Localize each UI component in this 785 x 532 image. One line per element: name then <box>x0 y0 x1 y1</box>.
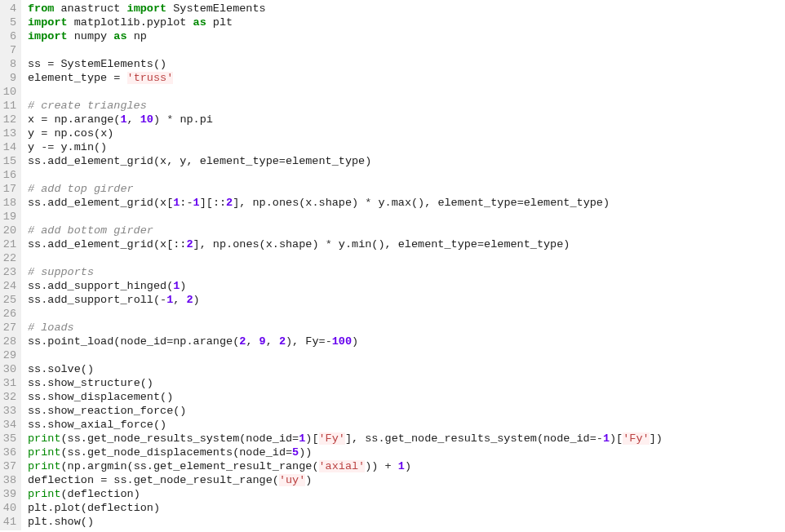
token-nm: (deflection) <box>61 488 140 500</box>
token-nm: ss <box>28 155 41 167</box>
token-nm: ][:: <box>200 197 226 209</box>
token-num: 10 <box>140 113 153 126</box>
line-number: 8 <box>2 57 16 71</box>
token-num: 1 <box>193 197 200 209</box>
token-num: 1 <box>398 460 405 472</box>
line-number: 31 <box>2 376 16 390</box>
line-number: 15 <box>2 154 16 168</box>
token-op: . <box>68 127 74 140</box>
token-nm: get_node_result_range( <box>134 474 279 486</box>
token-nm: anastruct <box>54 2 126 15</box>
token-nm: get_node_displacements(node_id <box>87 446 286 459</box>
line-number: 18 <box>2 196 16 210</box>
token-nm: add_support_roll( <box>47 294 160 306</box>
token-nm: ss <box>28 391 41 403</box>
token-op: . <box>266 197 273 209</box>
token-op: . <box>81 432 87 445</box>
code-line: print(ss.get_node_results_system(node_id… <box>28 432 778 446</box>
token-nm: ss <box>28 419 41 431</box>
code-line <box>28 251 778 265</box>
line-number: 22 <box>2 251 16 265</box>
token-fn: print <box>28 446 61 459</box>
code-line: ss.show_structure() <box>28 376 778 390</box>
code-line: import numpy as np <box>28 29 778 43</box>
token-nm: ], np <box>233 197 266 209</box>
token-nm: min() <box>74 141 108 153</box>
token-nm: )[ <box>305 432 318 445</box>
token-cmt: # add top girder <box>28 183 134 195</box>
token-nm <box>120 72 126 84</box>
token-nm: ones(x <box>233 238 273 250</box>
token-num: 2 <box>279 335 286 348</box>
line-number: 38 <box>2 473 16 487</box>
line-number: 16 <box>2 168 16 182</box>
token-nm: min(), element_type <box>352 238 477 250</box>
token-op: . <box>226 238 233 250</box>
token-op: . <box>378 432 384 445</box>
token-nm: element_type <box>28 72 113 84</box>
code-line: ss.show_reaction_force() <box>28 404 778 418</box>
token-nm: ss <box>28 294 41 306</box>
token-op: . <box>385 197 392 209</box>
token-nm: np <box>127 30 147 42</box>
token-nm: plt <box>28 502 47 514</box>
token-nm: get_node_results_system(node_id <box>385 432 590 445</box>
token-op: . <box>68 113 74 126</box>
line-number: 41 <box>2 515 16 529</box>
token-nm: ], ss <box>345 432 379 445</box>
token-nm: pi <box>200 113 213 126</box>
token-nm: np <box>47 113 67 126</box>
token-nm: numpy <box>68 30 114 42</box>
token-nm: ), Fy <box>286 335 319 348</box>
code-line <box>28 168 778 182</box>
code-line: ss.add_element_grid(x[::2], np.ones(x.sh… <box>28 237 778 251</box>
token-op: . <box>345 238 352 250</box>
line-number: 35 <box>2 432 16 446</box>
token-cmt: # supports <box>28 266 94 278</box>
code-line: print(np.argmin(ss.get_element_result_ra… <box>28 459 778 473</box>
code-line <box>28 307 778 321</box>
token-kw: import <box>28 30 68 42</box>
code-line: print(deflection) <box>28 487 778 501</box>
token-op: . <box>273 238 279 250</box>
token-nm: element_type) <box>524 197 610 209</box>
code-line: print(ss.get_node_displacements(node_id=… <box>28 446 778 459</box>
code-line: ss.add_element_grid(x[1:-1][::2], np.one… <box>28 196 778 210</box>
token-num: 2 <box>226 197 233 209</box>
token-nm: (ss <box>61 446 81 459</box>
token-nm: deflection <box>28 474 100 486</box>
token-nm: element_type) <box>286 155 371 167</box>
token-nm: y <box>28 141 41 153</box>
token-cmt: # loads <box>28 321 74 334</box>
line-number: 13 <box>2 126 16 140</box>
token-nm: element_type) <box>484 238 570 250</box>
token-nm: ) <box>352 335 358 348</box>
token-nm: SystemElements() <box>54 58 166 70</box>
token-num: 1 <box>603 432 610 445</box>
token-nm: plot(deflection) <box>54 502 160 514</box>
token-op: . <box>193 113 200 126</box>
token-kw: as <box>193 16 206 29</box>
token-nm: y <box>54 141 67 153</box>
code-line: y = np.cos(x) <box>28 126 778 140</box>
token-nm: ss <box>28 280 41 292</box>
line-number: 6 <box>2 29 16 43</box>
line-number: 32 <box>2 390 16 404</box>
token-nm: arange( <box>193 335 240 348</box>
code-line: ss.show_axial_force() <box>28 418 778 432</box>
token-num: 2 <box>186 294 193 306</box>
code-line: # supports <box>28 265 778 279</box>
token-nm: add_element_grid(x[ <box>47 197 173 209</box>
code-line: ss.solve() <box>28 362 778 376</box>
line-number: 39 <box>2 487 16 501</box>
token-op: - <box>186 197 193 209</box>
token-nm: add_support_hinged( <box>47 280 173 292</box>
code-line: ss.add_support_roll(-1, 2) <box>28 293 778 307</box>
token-op: - <box>160 294 166 306</box>
line-number: 24 <box>2 279 16 293</box>
token-nm: y <box>28 127 41 140</box>
token-nm: y <box>371 197 384 209</box>
token-nm: matplotlib.pyplot <box>68 16 193 29</box>
token-fn: print <box>28 488 61 500</box>
line-number: 26 <box>2 307 16 321</box>
